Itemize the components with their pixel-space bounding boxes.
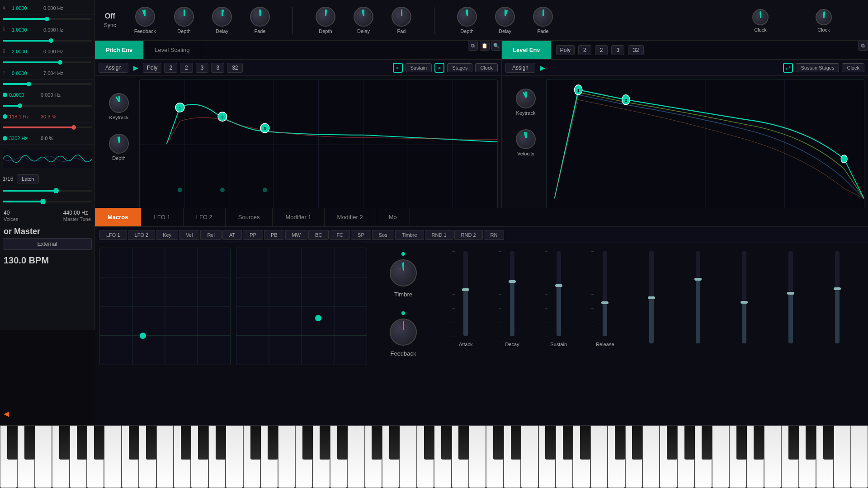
sustain-button[interactable]: Sustain <box>406 63 432 72</box>
piano-black-key[interactable] <box>632 426 642 460</box>
piano-black-key[interactable] <box>754 426 764 460</box>
tab-mo[interactable]: Mo <box>376 208 410 226</box>
piano-white-key[interactable] <box>347 426 364 488</box>
piano-black-key[interactable] <box>94 426 104 460</box>
sustain-stages-button[interactable]: Sustain Stages <box>796 63 839 72</box>
slider-row[interactable] <box>3 124 92 131</box>
slider-row[interactable] <box>3 59 92 66</box>
tab-sources[interactable]: Sources <box>226 208 273 226</box>
tab-level-env[interactable]: Level Env <box>502 41 552 59</box>
fader-ch9[interactable] <box>835 251 840 343</box>
mod-btn-mw[interactable]: MW <box>285 230 308 240</box>
piano-black-key[interactable] <box>198 426 208 460</box>
slider-row[interactable] <box>3 15 92 23</box>
knob-10[interactable] <box>533 7 553 27</box>
keytrack-knob[interactable] <box>109 93 129 113</box>
level-num-3[interactable]: 3 <box>611 45 624 55</box>
piano-black-key[interactable] <box>59 426 70 460</box>
master-slider-row[interactable] <box>3 186 92 195</box>
piano-white-key[interactable] <box>156 426 174 488</box>
stages-button[interactable]: Stages <box>447 63 472 72</box>
slider-row[interactable] <box>3 37 92 44</box>
external-button[interactable]: External <box>3 238 92 250</box>
copy-icon[interactable]: ⧉ <box>468 41 478 51</box>
mod-btn-at[interactable]: AT <box>222 230 242 240</box>
depth-knob[interactable] <box>174 7 194 27</box>
decay-fader[interactable] <box>510 251 514 336</box>
fader-ch8[interactable] <box>788 251 793 343</box>
piano-black-key[interactable] <box>320 426 330 460</box>
level-keytrack-knob[interactable] <box>516 89 536 108</box>
piano-black-key[interactable] <box>424 426 434 460</box>
piano-black-key[interactable] <box>684 426 695 460</box>
mod-btn-rnd2[interactable]: RND 2 <box>454 230 483 240</box>
fade-knob[interactable] <box>250 7 270 27</box>
timbre-knob[interactable] <box>390 259 417 286</box>
fader-ch7[interactable] <box>742 251 746 343</box>
num-box-32[interactable]: 32 <box>227 63 243 73</box>
level-link-icon[interactable]: ⇄ <box>783 63 793 73</box>
piano-black-key[interactable] <box>580 426 590 460</box>
piano-black-key[interactable] <box>823 426 834 460</box>
depth2-knob[interactable] <box>316 7 335 27</box>
piano-white-key[interactable] <box>521 426 538 488</box>
piano-black-key[interactable] <box>702 426 712 460</box>
feedback-knob[interactable] <box>135 7 155 27</box>
left-arrow-indicator[interactable]: ◀ <box>4 409 9 418</box>
mod-btn-rnd1[interactable]: RND 1 <box>425 230 453 240</box>
sustain-fader[interactable] <box>557 251 561 336</box>
tab-modifier1[interactable]: Modifier 1 <box>273 208 324 226</box>
piano-black-key[interactable] <box>250 426 261 460</box>
level-num-32[interactable]: 32 <box>628 45 644 55</box>
slider-row[interactable] <box>3 102 92 109</box>
play-button[interactable]: ▶ <box>131 63 140 72</box>
mod-btn-timbre[interactable]: Timbre <box>395 230 424 240</box>
piano-black-key[interactable] <box>129 426 139 460</box>
num-box-2b[interactable]: 2 <box>180 63 193 73</box>
piano-black-key[interactable] <box>493 426 504 460</box>
piano-white-key[interactable] <box>764 426 781 488</box>
knob-8[interactable] <box>457 7 477 27</box>
mod-btn-rel[interactable]: Rel <box>200 230 222 240</box>
poly-selector[interactable]: Poly <box>143 63 161 73</box>
mod-btn-fc[interactable]: FC <box>330 230 350 240</box>
piano-black-key[interactable] <box>788 426 799 460</box>
piano-black-key[interactable] <box>24 426 35 460</box>
piano-white-key[interactable] <box>642 426 660 488</box>
mod-btn-pp[interactable]: PP <box>243 230 263 240</box>
level-poly-selector[interactable]: Poly <box>556 45 575 55</box>
assign-button[interactable]: Assign <box>99 63 128 73</box>
piano-black-key[interactable] <box>458 426 469 460</box>
level-copy-icon[interactable]: ⧉ <box>858 41 868 51</box>
clock-knob[interactable] <box>752 9 769 25</box>
piano-black-key[interactable] <box>545 426 556 460</box>
tab-pitch-env[interactable]: Pitch Env <box>95 41 144 59</box>
slider-row[interactable] <box>3 80 92 88</box>
fader-ch6[interactable] <box>696 251 700 343</box>
piano-black-key[interactable] <box>389 426 400 460</box>
delay-knob[interactable] <box>212 7 232 27</box>
master-slider-row2[interactable] <box>3 197 92 206</box>
tab-lfo1[interactable]: LFO 1 <box>142 208 184 226</box>
piano-white-key[interactable] <box>834 426 851 488</box>
latch-button[interactable]: Latch <box>17 174 39 183</box>
fad2-knob[interactable] <box>392 7 411 27</box>
piano-white-key[interactable] <box>469 426 486 488</box>
level-play-button[interactable]: ▶ <box>538 63 547 72</box>
piano-black-key[interactable] <box>667 426 677 460</box>
piano-black-key[interactable] <box>268 426 278 460</box>
mod-btn-rn[interactable]: RN <box>484 230 505 240</box>
paste-icon[interactable]: 📋 <box>480 41 490 51</box>
piano-white-key[interactable] <box>590 426 608 488</box>
release-fader[interactable] <box>603 251 607 336</box>
piano-black-key[interactable] <box>615 426 625 460</box>
depth-env-knob[interactable] <box>109 134 129 154</box>
piano-white-key[interactable] <box>278 426 295 488</box>
piano-white-key[interactable] <box>851 426 868 488</box>
attack-fader[interactable] <box>463 251 468 336</box>
piano-black-key[interactable] <box>77 426 87 460</box>
level-clock-button[interactable]: Clock <box>842 63 864 72</box>
macro-pad-2[interactable] <box>236 248 367 365</box>
num-box-3b[interactable]: 3 <box>211 63 224 73</box>
tab-level-scaling[interactable]: Level Scaling <box>144 41 201 59</box>
